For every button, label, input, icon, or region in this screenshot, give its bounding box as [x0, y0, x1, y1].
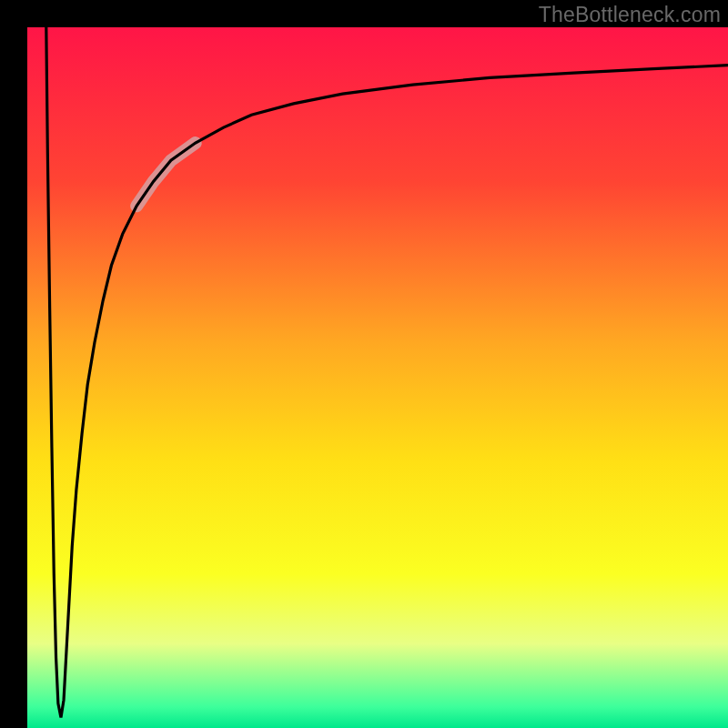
chart-background — [27, 27, 728, 728]
plot-area — [27, 27, 728, 728]
watermark-text: TheBottleneck.com — [539, 3, 721, 27]
bottleneck-chart — [27, 27, 728, 728]
chart-frame: TheBottleneck.com — [0, 0, 728, 728]
